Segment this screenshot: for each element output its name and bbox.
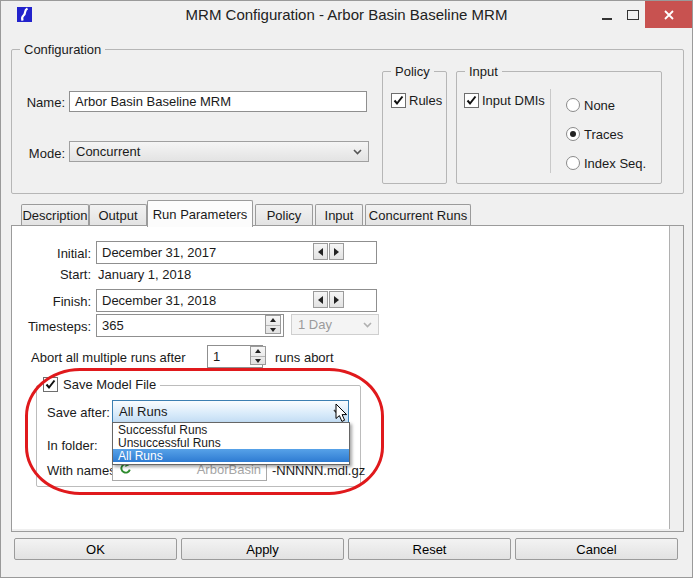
close-button[interactable] (645, 1, 692, 28)
up-arrow-icon (270, 318, 276, 322)
dropdown-option-unsuccessful-runs[interactable]: Unsuccessful Runs (113, 436, 349, 449)
tab-run-parameters[interactable]: Run Parameters (147, 200, 253, 227)
initial-date-forward-button[interactable] (329, 243, 344, 260)
radio-index-seq[interactable] (566, 156, 580, 170)
rules-label: Rules (409, 93, 442, 108)
spin-up-button[interactable] (251, 347, 265, 356)
right-arrow-icon (334, 296, 339, 304)
check-icon (45, 379, 56, 390)
save-after-label: Save after: (47, 405, 110, 420)
finish-date-forward-button[interactable] (329, 291, 344, 308)
initial-date-back-button[interactable] (313, 243, 328, 260)
check-icon (393, 95, 404, 106)
left-arrow-icon (318, 248, 323, 256)
left-arrow-icon (318, 296, 323, 304)
radio-none-label: None (584, 98, 615, 113)
tab-concurrent-runs[interactable]: Concurrent Runs (365, 204, 471, 225)
timestep-size-select: 1 Day (291, 314, 379, 335)
spin-down-button[interactable] (251, 356, 265, 366)
initial-label: Initial: (21, 246, 91, 261)
tab-input[interactable]: Input (315, 204, 363, 225)
radio-index-seq-label: Index Seq. (584, 156, 646, 171)
with-names-suffix: -NNNNN.mdl.gz (272, 463, 365, 478)
right-arrow-icon (334, 248, 339, 256)
chevron-down-icon (353, 149, 362, 155)
tab-output[interactable]: Output (89, 204, 147, 225)
dialog-title: MRM Configuration - Arbor Basin Baseline… (1, 1, 692, 28)
finish-label: Finish: (21, 294, 91, 309)
input-separator (550, 89, 551, 173)
mrm-configuration-dialog: MRM Configuration - Arbor Basin Baseline… (0, 0, 693, 578)
save-model-file-label: Save Model File (63, 377, 156, 392)
maximize-button[interactable] (621, 1, 645, 28)
save-model-file-header: Save Model File (39, 377, 160, 392)
timesteps-input[interactable]: 365 (96, 314, 284, 337)
minimize-button[interactable] (593, 1, 621, 28)
mode-select[interactable]: Concurrent (69, 141, 369, 162)
in-folder-label: In folder: (47, 438, 98, 453)
spin-up-button[interactable] (266, 316, 280, 325)
minimize-icon (602, 18, 612, 20)
down-arrow-icon (270, 328, 276, 332)
dropdown-option-successful-runs[interactable]: Successful Runs (113, 423, 349, 436)
tab-policy[interactable]: Policy (255, 204, 313, 225)
abort-prefix-label: Abort all multiple runs after (31, 350, 186, 365)
name-label: Name: (25, 95, 65, 110)
dropdown-option-all-runs[interactable]: All Runs (113, 449, 349, 462)
up-arrow-icon (255, 349, 261, 353)
timesteps-spinner[interactable] (265, 315, 281, 334)
with-names-label: With names: (47, 463, 119, 478)
chevron-down-icon (363, 322, 372, 328)
input-dmis-checkbox[interactable] (464, 93, 479, 108)
title-bar: MRM Configuration - Arbor Basin Baseline… (1, 1, 692, 28)
save-after-dropdown-list: Successful Runs Unsuccessful Runs All Ru… (112, 422, 350, 465)
finish-date-back-button[interactable] (313, 291, 328, 308)
apply-button[interactable]: Apply (181, 538, 344, 560)
save-after-select[interactable]: All Runs (112, 400, 349, 423)
tab-description[interactable]: Description (21, 204, 89, 225)
policy-group: Policy (382, 71, 447, 184)
abort-suffix-label: runs abort (275, 350, 334, 365)
radio-none[interactable] (566, 98, 580, 112)
input-group-label: Input (465, 64, 502, 79)
configuration-group-label: Configuration (20, 42, 105, 57)
save-model-file-checkbox[interactable] (43, 377, 58, 392)
maximize-icon (627, 10, 639, 20)
radio-traces-label: Traces (584, 127, 623, 142)
radio-traces[interactable] (566, 127, 580, 141)
cancel-button[interactable]: Cancel (515, 538, 678, 560)
reset-button[interactable]: Reset (348, 538, 511, 560)
abort-count-spinner[interactable] (250, 346, 266, 365)
start-value: January 1, 2018 (98, 267, 191, 282)
mode-label: Mode: (25, 146, 65, 161)
rules-checkbox[interactable] (391, 93, 406, 108)
name-input[interactable]: Arbor Basin Baseline MRM (69, 91, 367, 112)
down-arrow-icon (255, 359, 261, 363)
spin-down-button[interactable] (266, 325, 280, 335)
close-icon (663, 9, 675, 21)
timesteps-label: Timesteps: (11, 319, 91, 334)
ok-button[interactable]: OK (14, 538, 177, 560)
start-label: Start: (21, 267, 91, 282)
input-dmis-label: Input DMIs (482, 93, 545, 108)
policy-group-label: Policy (391, 64, 434, 79)
check-icon (466, 95, 477, 106)
mouse-cursor (335, 404, 349, 427)
